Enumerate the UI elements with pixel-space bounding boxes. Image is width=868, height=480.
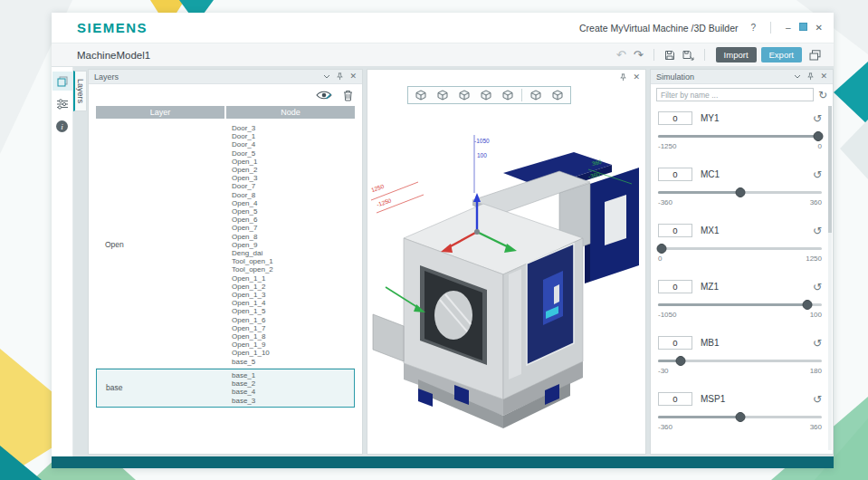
node-item[interactable]: Open_1_10 [232, 349, 353, 357]
node-item[interactable]: Open_8 [232, 233, 353, 241]
node-item[interactable]: Open_1_6 [232, 316, 353, 324]
export-button[interactable]: Export [761, 47, 802, 62]
model-name-tab[interactable]: MachineModel1 [77, 50, 150, 61]
node-item[interactable]: Open_2 [232, 166, 353, 174]
axis-reset-button[interactable]: ↺ [813, 338, 822, 349]
view-cube-button[interactable] [433, 88, 453, 102]
pin-button[interactable] [336, 72, 344, 81]
node-item[interactable]: base_2 [232, 379, 352, 388]
view-cube-button[interactable] [411, 88, 431, 102]
axis-value-input[interactable] [658, 111, 692, 125]
close-panel-button[interactable]: ✕ [820, 72, 827, 81]
layer-row[interactable]: basebase_1base_2base_4base_3 [96, 369, 355, 408]
layers-tool-button[interactable] [52, 72, 72, 91]
layer-row[interactable]: OpenDoor_3Door_1Door_4Door_5Open_1Open_2… [96, 122, 355, 369]
save-button[interactable] [664, 50, 675, 61]
slider-knob[interactable] [735, 412, 745, 422]
column-header-layer[interactable]: Layer [96, 106, 224, 119]
close-panel-button[interactable]: ✕ [349, 72, 357, 81]
node-item[interactable]: Open_1_1 [232, 274, 353, 283]
node-item[interactable]: base_4 [232, 388, 352, 396]
node-item[interactable]: Door_7 [232, 182, 353, 190]
slider-track[interactable] [658, 247, 822, 250]
sidebar-tab-layers[interactable]: Layers [73, 71, 87, 111]
view-cube-button[interactable] [498, 88, 518, 102]
axis-slider[interactable] [658, 243, 822, 254]
maximize-button[interactable] [799, 23, 807, 33]
view-cube-button[interactable] [454, 88, 474, 102]
help-button[interactable]: ? [750, 24, 756, 33]
layer-name[interactable]: Open [96, 122, 228, 368]
axis-value-input[interactable] [658, 280, 692, 293]
axis-slider[interactable] [658, 411, 822, 422]
node-item[interactable]: Door_1 [232, 132, 353, 140]
view-cube-button[interactable] [476, 88, 496, 102]
collapse-button[interactable] [794, 74, 801, 79]
minimize-button[interactable]: ‒ [786, 24, 791, 33]
node-item[interactable]: Open_7 [232, 224, 353, 232]
viewport-close-button[interactable]: ✕ [633, 73, 640, 82]
node-item[interactable]: Open_1 [232, 158, 353, 166]
settings-tool-button[interactable] [52, 94, 72, 113]
node-item[interactable]: Open_1_8 [232, 332, 353, 341]
node-item[interactable]: Open_3 [232, 174, 353, 182]
axis-slider[interactable] [658, 130, 822, 141]
axis-reset-button[interactable]: ↺ [813, 394, 822, 405]
collapse-button[interactable] [323, 74, 330, 79]
axis-reset-button[interactable]: ↺ [813, 113, 822, 124]
import-button[interactable]: Import [716, 47, 757, 62]
slider-knob[interactable] [802, 300, 812, 310]
view-cube-button[interactable] [526, 88, 546, 102]
node-item[interactable]: Open_4 [232, 199, 353, 207]
slider-knob[interactable] [676, 356, 686, 366]
viewport-panel[interactable]: ✕ [367, 69, 646, 455]
node-item[interactable]: base_3 [232, 397, 352, 405]
node-item[interactable]: Tool_open_2 [232, 265, 353, 274]
layer-name[interactable]: base [97, 370, 228, 407]
node-item[interactable]: base_1 [232, 371, 352, 379]
axis-reset-button[interactable]: ↺ [813, 226, 822, 236]
axis-slider[interactable] [658, 299, 822, 310]
delete-layer-button[interactable] [343, 90, 353, 101]
axis-value-input[interactable] [658, 392, 692, 406]
undo-button[interactable]: ↶ [616, 49, 626, 61]
filter-input[interactable] [656, 88, 814, 101]
axis-value-input[interactable] [658, 168, 692, 181]
info-tool-button[interactable]: i [52, 117, 72, 136]
axis-slider[interactable] [658, 187, 822, 197]
axis-value-input[interactable] [658, 336, 692, 350]
node-item[interactable]: Open_9 [232, 241, 353, 249]
edit-visibility-button[interactable] [316, 90, 332, 101]
node-item[interactable]: Door_5 [232, 149, 353, 158]
node-item[interactable]: base_5 [232, 358, 353, 366]
slider-knob[interactable] [814, 131, 824, 141]
close-button[interactable]: ✕ [816, 24, 823, 33]
node-item[interactable]: Open_1_3 [232, 291, 353, 299]
node-item[interactable]: Open_1_4 [232, 299, 353, 307]
axis-value-input[interactable] [658, 224, 692, 237]
view-cube-button[interactable] [548, 88, 568, 102]
node-item[interactable]: Open_1_9 [232, 341, 353, 349]
node-item[interactable]: Open_5 [232, 207, 353, 216]
node-item[interactable]: Deng_dai [232, 249, 353, 257]
axis-reset-button[interactable]: ↺ [813, 169, 822, 180]
node-item[interactable]: Tool_open_1 [232, 257, 353, 265]
node-item[interactable]: Door_4 [232, 140, 353, 149]
column-header-node[interactable]: Node [226, 106, 355, 119]
simulation-scrollbar[interactable] [828, 106, 832, 450]
refresh-button[interactable]: ↻ [818, 90, 827, 101]
slider-knob[interactable] [656, 244, 666, 254]
axis-slider[interactable] [658, 355, 822, 366]
node-item[interactable]: Open_6 [232, 216, 353, 224]
axis-reset-button[interactable]: ↺ [813, 282, 822, 293]
node-item[interactable]: Open_1_2 [232, 283, 353, 291]
node-item[interactable]: Door_8 [232, 191, 353, 199]
redo-button[interactable]: ↷ [634, 49, 644, 61]
pin-button[interactable] [806, 72, 815, 81]
multi-window-button[interactable] [809, 50, 821, 61]
machine-3d-model[interactable] [367, 128, 646, 454]
node-item[interactable]: Open_1_5 [232, 307, 353, 315]
node-item[interactable]: Open_1_7 [232, 324, 353, 332]
node-item[interactable]: Door_3 [232, 124, 353, 132]
viewport-pin-button[interactable] [619, 73, 627, 82]
